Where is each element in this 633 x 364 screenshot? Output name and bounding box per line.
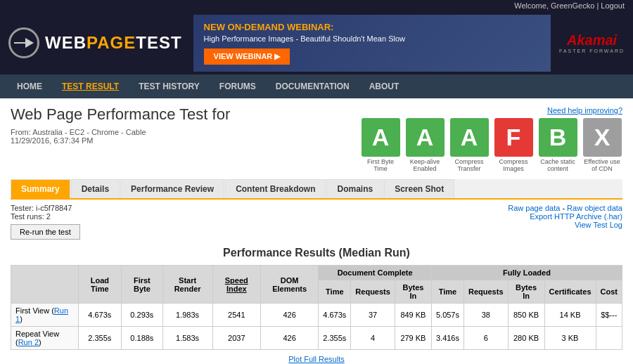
col-fl-bytes: Bytes In: [508, 280, 544, 304]
col-cost: Cost: [596, 280, 622, 304]
grade-cache-static: B Cache static content: [537, 118, 578, 172]
row2-doc-req: 4: [351, 327, 395, 350]
page-title: Web Page Performance Test for: [11, 105, 230, 124]
row2-si: 2037: [212, 327, 261, 350]
grade-compress-images: F Compress Images: [493, 118, 534, 172]
row2-sr: 1.583s: [162, 327, 212, 350]
row2-label: Repeat View (Run 2): [11, 327, 79, 350]
results-table: Load Time First Byte Start Render Speed …: [11, 265, 622, 350]
banner: NEW ON-DEMAND WEBINAR: High Performance …: [193, 15, 551, 72]
row2-fl-bytes: 280 KB: [508, 327, 544, 350]
table-row: First View (Run 1) 4.673s 0.293s 1.983s …: [11, 304, 622, 327]
plot-link-container: Plot Full Results: [11, 354, 622, 364]
tabs-bar: Summary Details Performance Review Conte…: [11, 179, 622, 200]
row1-doc-time: 4.673s: [319, 304, 351, 327]
col-dom-elements: DOM Elements: [261, 266, 319, 304]
row2-load: 2.355s: [78, 327, 121, 350]
plot-results-link[interactable]: Plot Full Results: [288, 355, 344, 363]
nav-documentation[interactable]: DOCUMENTATION: [266, 74, 359, 98]
row1-sr: 1.983s: [162, 304, 212, 327]
main-nav: HOME TEST RESULT TEST HISTORY FORUMS DOC…: [0, 74, 633, 98]
row1-load: 4.673s: [78, 304, 121, 327]
from-info: From: Australia - EC2 - Chrome - Cable: [11, 128, 230, 136]
view-log-link[interactable]: View Test Log: [575, 221, 622, 229]
row2-dom: 426: [261, 327, 319, 350]
tab-screenshot[interactable]: Screen Shot: [384, 179, 454, 198]
col-group-loaded: Fully Loaded: [431, 266, 622, 280]
row1-fl-bytes: 850 KB: [508, 304, 544, 327]
grade-keepalive: A Keep-alive Enabled: [404, 118, 445, 172]
row1-si: 2541: [212, 304, 261, 327]
row1-cost: $$---: [596, 304, 622, 327]
row1-certs: 14 KB: [544, 304, 596, 327]
test-runs: Test runs: 2: [11, 212, 80, 221]
col-doc-time: Time: [319, 280, 351, 304]
nav-home[interactable]: HOME: [7, 74, 52, 98]
nav-about[interactable]: ABOUT: [359, 74, 409, 98]
need-help-link[interactable]: Need help improving?: [547, 106, 622, 115]
row1-doc-req: 37: [351, 304, 395, 327]
banner-label: NEW ON-DEMAND WEBINAR:: [204, 22, 540, 32]
row2-doc-time: 2.355s: [319, 327, 351, 350]
col-load-time: Load Time: [78, 266, 121, 304]
results-title: Performance Results (Median Run): [11, 247, 622, 259]
nav-forums[interactable]: FORUMS: [210, 74, 266, 98]
row2-doc-bytes: 279 KB: [395, 327, 431, 350]
col-doc-requests: Requests: [351, 280, 395, 304]
grade-first-byte: A First Byte Time: [360, 118, 401, 172]
tab-summary[interactable]: Summary: [11, 179, 70, 198]
col-start-render: Start Render: [162, 266, 212, 304]
raw-page-link[interactable]: Raw page data: [508, 204, 560, 212]
row1-fb: 0.293s: [122, 304, 163, 327]
welcome-bar: Welcome, GreenGecko | Logout: [0, 0, 633, 11]
row1-doc-bytes: 849 KB: [395, 304, 431, 327]
col-certificates: Certificates: [544, 280, 596, 304]
col-doc-bytes: Bytes In: [395, 280, 431, 304]
col-fl-requests: Requests: [463, 280, 508, 304]
row2-fb: 0.188s: [122, 327, 163, 350]
grade-compress-transfer: A Compress Transfer: [449, 118, 490, 172]
grade-cdn: X Effective use of CDN: [582, 118, 622, 172]
row2-fl-req: 6: [463, 327, 508, 350]
rerun-button[interactable]: Re-run the test: [11, 224, 80, 240]
col-first-byte: First Byte: [122, 266, 163, 304]
nav-test-result[interactable]: TEST RESULT: [52, 74, 129, 98]
row1-dom: 426: [261, 304, 319, 327]
date-info: 11/29/2016, 6:37:34 PM: [11, 136, 230, 145]
col-fl-time: Time: [431, 280, 463, 304]
row2-certs: 3 KB: [544, 327, 596, 350]
col-header-empty: [11, 266, 79, 304]
row1-fl-req: 38: [463, 304, 508, 327]
table-row: Repeat View (Run 2) 2.355s 0.188s 1.583s…: [11, 327, 622, 350]
tab-details[interactable]: Details: [71, 179, 120, 198]
welcome-text: Welcome, GreenGecko: [514, 1, 594, 10]
run2-link[interactable]: Run 2: [18, 338, 39, 346]
logout-link[interactable]: Logout: [601, 1, 625, 10]
tab-content-breakdown[interactable]: Content Breakdown: [225, 179, 326, 198]
row1-label: First View (Run 1): [11, 304, 79, 327]
nav-test-history[interactable]: TEST HISTORY: [129, 74, 210, 98]
col-speed-index: Speed Index: [212, 266, 261, 304]
raw-object-link[interactable]: Raw object data: [567, 204, 622, 212]
row2-cost: [596, 327, 622, 350]
col-group-doc: Document Complete: [319, 266, 432, 280]
view-webinar-button[interactable]: VIEW WEBINAR ▶: [204, 48, 290, 65]
row1-fl-time: 5.057s: [431, 304, 463, 327]
tab-domains[interactable]: Domains: [326, 179, 383, 198]
tab-performance-review[interactable]: Performance Review: [120, 179, 224, 198]
tester-id: Tester: i-c5f78847: [11, 204, 80, 212]
export-har-link[interactable]: Export HTTP Archive (.har): [530, 212, 622, 221]
row2-fl-time: 3.416s: [431, 327, 463, 350]
logo-icon: [8, 27, 39, 58]
banner-subtitle: High Performance Images - Beautiful Shou…: [204, 34, 540, 43]
logo-text: WEBPAGETEST: [45, 33, 182, 53]
akamai-logo: Akamai FASTER FORWARD: [559, 32, 625, 53]
